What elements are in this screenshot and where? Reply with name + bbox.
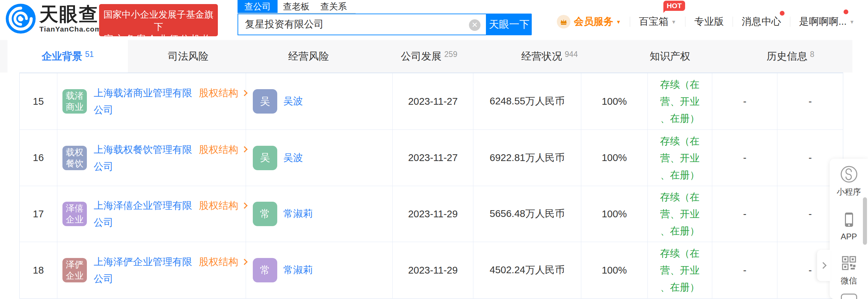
tab-intellectual-property[interactable]: 知识产权 <box>610 40 730 73</box>
registered-capital: 5656.48万人民币 <box>490 207 565 221</box>
chevron-down-icon: ▼ <box>849 19 854 25</box>
table-row: 17 泽僖 企业 上海泽僖企业管理有限公司 股权结构 常 常淑莉 2023-11… <box>20 186 843 242</box>
tab-history-info[interactable]: 历史信息8 <box>730 40 851 73</box>
equity-structure-link[interactable]: 股权结构 <box>199 197 247 214</box>
register-date: 2023-11-29 <box>408 208 458 220</box>
person-name-link[interactable]: 吴波 <box>283 151 303 165</box>
menu-divider <box>685 17 685 27</box>
search-input[interactable] <box>245 19 466 30</box>
user-name-label: 是啊啊啊... <box>799 15 847 28</box>
company-logo[interactable]: 泽俨 企业 <box>62 258 87 282</box>
tab-search-relation[interactable]: 查关系 <box>315 0 352 13</box>
wechat-qr-button[interactable]: 微信 <box>830 254 868 286</box>
message-center-label: 消息中心 <box>742 15 781 28</box>
tianyancha-logo-icon <box>5 3 36 34</box>
row-index: 16 <box>33 152 44 163</box>
panel-expand-button[interactable] <box>817 250 831 281</box>
person-name-link[interactable]: 常淑莉 <box>283 263 313 277</box>
message-center-menu[interactable]: 消息中心 <box>742 15 781 28</box>
search-tabs: 查公司 查老板 查关系 <box>238 1 356 14</box>
company-logo[interactable]: 载渚 商业 <box>62 89 87 114</box>
person-avatar[interactable]: 吴 <box>253 146 277 170</box>
tab-company-development[interactable]: 公司发展259 <box>369 40 489 73</box>
register-date: 2023-11-29 <box>408 265 458 276</box>
empty-value: - <box>809 265 812 276</box>
equity-structure-link[interactable]: 股权结构 <box>199 253 247 270</box>
crown-icon <box>557 15 570 28</box>
menu-divider <box>733 17 733 27</box>
company-status: 存续（在营、开业、在册） <box>658 76 702 127</box>
company-name-link[interactable]: 上海泽俨企业管理有限公司 <box>94 253 195 287</box>
row-index: 15 <box>33 96 44 107</box>
empty-value: - <box>743 208 747 220</box>
user-account-menu[interactable]: 是啊啊啊... ▼ <box>799 15 854 28</box>
tab-search-boss[interactable]: 查老板 <box>278 0 315 13</box>
empty-value: - <box>743 265 747 276</box>
tianyancha-logo[interactable]: 天眼查 TianYanCha.com <box>5 3 101 34</box>
qr-code-icon <box>840 254 858 272</box>
empty-value: - <box>809 96 812 107</box>
page-scrollbar-thumb[interactable] <box>863 197 867 245</box>
empty-value: - <box>743 96 747 107</box>
header-menu: 会员服务 ▼ 百宝箱 ▼ HOT 专业版 消息中心 是啊啊啊... ▼ <box>557 15 854 28</box>
vip-service-label: 会员服务 <box>574 15 613 28</box>
empty-value: - <box>809 208 812 220</box>
table-row: 15 载渚 商业 上海载渚商业管理有限公司 股权结构 吴 吴波 2023-11-… <box>20 73 843 130</box>
company-name-link[interactable]: 上海载权餐饮管理有限公司 <box>94 141 195 175</box>
chevron-down-icon: ▼ <box>671 19 676 25</box>
tab-search-company[interactable]: 查公司 <box>238 0 278 13</box>
search-button[interactable]: 天眼一下 <box>487 14 532 35</box>
floating-side-panel: 小程序 APP 微信 <box>830 159 868 299</box>
table-row: 18 泽俨 企业 上海泽俨企业管理有限公司 股权结构 常 常淑莉 2023-11… <box>20 242 843 298</box>
toolbox-menu[interactable]: 百宝箱 ▼ HOT <box>639 15 676 28</box>
hot-badge: HOT <box>663 1 685 11</box>
row-index: 17 <box>33 208 44 220</box>
smartphone-icon <box>840 211 858 228</box>
row-index: 18 <box>33 265 44 276</box>
clear-search-icon[interactable]: ✕ <box>469 19 480 31</box>
tab-company-background[interactable]: 企业背景51 <box>7 40 128 73</box>
mini-program-icon <box>840 165 858 183</box>
company-status: 存续（在营、开业、在册） <box>658 133 702 183</box>
vip-service-menu[interactable]: 会员服务 ▼ <box>557 15 621 28</box>
person-avatar[interactable]: 常 <box>253 202 277 226</box>
company-logo[interactable]: 泽僖 企业 <box>62 202 87 226</box>
registered-capital: 6922.81万人民币 <box>490 151 565 165</box>
tab-judicial-risk[interactable]: 司法风险 <box>128 40 248 73</box>
menu-divider <box>790 17 790 27</box>
registered-capital: 4502.24万人民币 <box>490 263 565 277</box>
person-name-link[interactable]: 常淑莉 <box>283 207 313 221</box>
empty-value: - <box>809 152 812 163</box>
chevron-right-icon <box>820 262 827 269</box>
investment-table: 15 载渚 商业 上海载渚商业管理有限公司 股权结构 吴 吴波 2023-11-… <box>19 73 843 299</box>
company-name-link[interactable]: 上海泽僖企业管理有限公司 <box>94 197 195 231</box>
mini-program-button[interactable]: 小程序 <box>830 165 868 197</box>
notification-dot <box>780 11 785 16</box>
person-avatar[interactable]: 常 <box>253 258 277 282</box>
invest-ratio: 100% <box>602 265 627 276</box>
tab-operating-status[interactable]: 经营状况944 <box>489 40 610 73</box>
pro-version-label: 专业版 <box>694 15 724 28</box>
chevron-down-icon: ▼ <box>616 19 621 25</box>
notification-dot <box>844 9 848 14</box>
company-status: 存续（在营、开业、在册） <box>658 245 702 296</box>
invest-ratio: 100% <box>602 152 627 163</box>
pro-version-menu[interactable]: 专业版 <box>694 15 724 28</box>
register-date: 2023-11-27 <box>408 96 458 107</box>
equity-structure-link[interactable]: 股权结构 <box>199 141 247 158</box>
company-logo[interactable]: 载权 餐饮 <box>62 146 87 170</box>
badge-line1: 国家中小企业发展子基金旗下 <box>99 8 218 33</box>
person-name-link[interactable]: 吴波 <box>283 95 303 108</box>
app-download-button[interactable]: APP <box>830 211 868 241</box>
header: 天眼查 TianYanCha.com 国家中小企业发展子基金旗下 官方备案企业征… <box>0 0 868 40</box>
tab-operating-risk[interactable]: 经营风险 <box>248 40 369 73</box>
person-avatar[interactable]: 吴 <box>253 89 277 114</box>
certification-badge: 国家中小企业发展子基金旗下 官方备案企业征信机构 <box>99 4 218 36</box>
register-date: 2023-11-27 <box>408 152 458 163</box>
search-box: ✕ <box>238 14 487 35</box>
company-name-link[interactable]: 上海载渚商业管理有限公司 <box>94 84 195 118</box>
equity-structure-link[interactable]: 股权结构 <box>199 84 247 101</box>
brand-domain: TianYanCha.com <box>39 25 101 33</box>
company-nav-tabs: 企业背景51 司法风险 经营风险 公司发展259 经营状况944 知识产权 历史… <box>0 40 852 73</box>
company-status: 存续（在营、开业、在册） <box>658 188 702 239</box>
